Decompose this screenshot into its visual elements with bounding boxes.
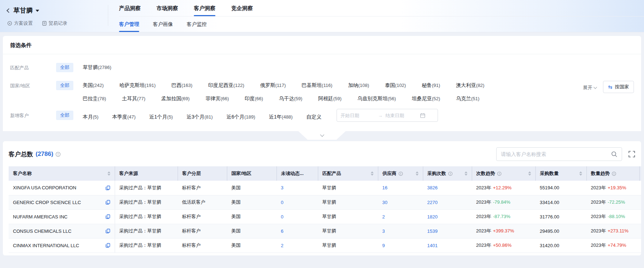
trade-records-button[interactable]: 贸易记录 [42, 20, 67, 27]
col-customer-name[interactable]: 客户名称 [9, 166, 115, 181]
period-item[interactable]: 本季度(47) [112, 112, 136, 120]
table-row[interactable]: CINMAX INTERNATIONAL LLC 采购过产品：草甘膦 标杆客户 … [9, 238, 641, 253]
subtab-customer-management[interactable]: 客户管理 [119, 17, 139, 32]
sort-icon[interactable] [108, 171, 110, 176]
copy-icon[interactable] [105, 185, 110, 190]
country-item[interactable]: 巴基斯坦(116) [302, 81, 332, 89]
customer-name[interactable]: XINGFA USA CORPORATION [13, 185, 76, 190]
copy-icon[interactable] [105, 214, 110, 219]
country-item[interactable]: 坦桑尼亚(52) [412, 94, 440, 102]
info-icon[interactable] [398, 171, 403, 176]
customer-name[interactable]: GENERIC CROP SCIENCE LLC [13, 200, 81, 205]
unread-count[interactable]: 0 [281, 214, 283, 220]
col-suppliers[interactable]: 供应商 [378, 166, 423, 181]
table-row[interactable]: NUFARM AMERICAS INC 采购过产品：草甘膦 标杆客户 美国 0 … [9, 209, 641, 224]
supplier-count[interactable]: 3 [382, 228, 385, 234]
country-item[interactable]: 巴拉圭(78) [83, 94, 106, 102]
country-item[interactable]: 泰国(102) [385, 81, 406, 89]
product-all-chip[interactable]: 全部 [56, 63, 73, 72]
sort-icon[interactable] [579, 171, 582, 176]
country-item[interactable]: 阿根廷(59) [318, 94, 342, 102]
period-item[interactable]: 本月(5) [83, 112, 99, 120]
country-item[interactable]: 秘鲁(91) [422, 81, 440, 89]
info-icon[interactable] [612, 171, 616, 176]
col-count-trend[interactable]: 次数趋势 [472, 166, 535, 181]
country-item[interactable]: 美国(242) [83, 81, 104, 89]
sort-icon[interactable] [371, 171, 374, 176]
product-filter-item[interactable]: 草甘膦(2786) [83, 63, 111, 71]
scheme-settings-button[interactable]: 方案设置 [7, 20, 33, 27]
country-item[interactable]: 澳大利亚(82) [456, 81, 484, 89]
col-partial[interactable] [639, 166, 641, 181]
fullscreen-icon[interactable] [628, 151, 635, 158]
col-purchase-quantity[interactable]: 采购数量 [535, 166, 586, 181]
date-range-picker[interactable]: → [337, 109, 438, 122]
customer-search-input[interactable] [501, 151, 611, 157]
info-icon[interactable] [448, 171, 453, 176]
period-item[interactable]: 近1年(488) [269, 112, 293, 120]
customer-name[interactable]: CINMAX INTERNATIONAL LLC [13, 243, 79, 248]
purchase-count[interactable]: 3826 [427, 185, 438, 190]
supplier-count[interactable]: 30 [382, 200, 387, 205]
purchase-count[interactable]: 1401 [427, 243, 438, 248]
title-dropdown-icon[interactable] [36, 10, 39, 12]
copy-icon[interactable] [105, 200, 110, 205]
supplier-count[interactable]: 9 [382, 243, 385, 248]
customer-search-box[interactable] [496, 147, 622, 161]
search-icon[interactable] [611, 151, 617, 157]
country-item[interactable]: 俄罗斯(117) [260, 81, 286, 89]
customer-name[interactable]: NUFARM AMERICAS INC [13, 214, 68, 220]
customer-name[interactable]: CONSUS CHEMICALS LLC [13, 228, 72, 234]
unread-count[interactable]: 3 [281, 185, 283, 190]
info-icon[interactable] [55, 152, 61, 157]
country-item[interactable]: 印度尼西亚(122) [208, 81, 244, 89]
table-row[interactable]: GENERIC CROP SCIENCE LLC 采购过产品：草甘膦 低活跃客户… [9, 195, 641, 209]
col-purchase-count[interactable]: 采购次数 [423, 166, 472, 181]
country-item[interactable]: 乌干达(59) [279, 94, 302, 102]
country-item[interactable]: 哈萨克斯坦(191) [119, 81, 155, 89]
period-item[interactable]: 近3个月(81) [187, 112, 213, 120]
country-item[interactable]: 印度(66) [245, 94, 263, 102]
expand-link[interactable]: 展开 [583, 83, 597, 91]
country-item[interactable]: 巴西(163) [172, 81, 192, 89]
table-row[interactable]: CONSUS CHEMICALS LLC 采购过产品：草甘膦 标杆客户 美国 6… [9, 224, 641, 238]
sort-icon[interactable] [528, 171, 531, 176]
country-item[interactable]: 土耳其(77) [122, 94, 145, 102]
tab-market-insight[interactable]: 市场洞察 [156, 1, 178, 16]
subtab-customer-profile[interactable]: 客户画像 [153, 17, 173, 32]
new-customer-all-chip[interactable]: 全部 [56, 111, 73, 120]
country-item[interactable]: 乌兹别克斯坦(56) [357, 94, 396, 102]
purchase-count[interactable]: 1820 [427, 214, 438, 220]
table-row[interactable]: XINGFA USA CORPORATION 采购过产品：草甘膦 标杆客户 美国… [9, 181, 641, 195]
country-item[interactable]: 加纳(108) [348, 81, 369, 89]
custom-date-link[interactable]: 自定义 [306, 112, 321, 120]
tab-customer-insight[interactable]: 客户洞察 [194, 1, 215, 16]
country-item[interactable]: 菲律宾(66) [205, 94, 229, 102]
subtab-customer-monitor[interactable]: 客户监控 [187, 17, 207, 32]
sort-icon[interactable] [416, 171, 419, 176]
col-quantity-trend[interactable]: 数量趋势 [586, 166, 639, 181]
tab-product-insight[interactable]: 产品洞察 [119, 1, 141, 16]
start-date-input[interactable] [341, 113, 375, 118]
period-item[interactable]: 近6个月(189) [227, 112, 255, 120]
period-item[interactable]: 近1个月(5) [149, 112, 173, 120]
sort-icon[interactable] [465, 171, 467, 176]
unread-count[interactable]: 2 [281, 243, 283, 248]
end-date-input[interactable] [385, 113, 420, 118]
copy-icon[interactable] [105, 243, 110, 248]
supplier-count[interactable]: 16 [382, 185, 387, 190]
col-matched-product[interactable]: 匹配产品 [318, 166, 378, 181]
unread-count[interactable]: 0 [281, 200, 283, 205]
country-all-chip[interactable]: 全部 [56, 81, 73, 90]
supplier-count[interactable]: 2 [382, 214, 385, 220]
purchase-count[interactable]: 1539 [427, 228, 438, 234]
group-by-country-button[interactable]: ⇆ 按国家 [603, 81, 634, 93]
copy-icon[interactable] [105, 228, 110, 234]
country-item[interactable]: 乌克兰(51) [456, 94, 479, 102]
country-item[interactable]: 孟加拉国(69) [161, 94, 189, 102]
back-icon[interactable] [6, 8, 11, 13]
unread-count[interactable]: 6 [281, 228, 283, 234]
info-icon[interactable] [497, 171, 502, 176]
purchase-count[interactable]: 2270 [427, 200, 438, 205]
tab-competitor-insight[interactable]: 竞企洞察 [231, 1, 253, 16]
